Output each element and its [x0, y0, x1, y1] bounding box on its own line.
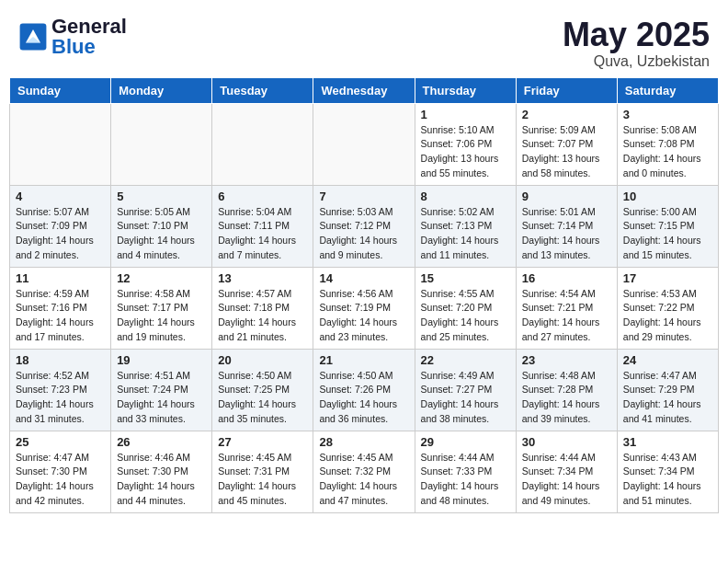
calendar-day-cell: 3Sunrise: 5:08 AMSunset: 7:08 PMDaylight… — [617, 103, 718, 185]
day-info: Sunrise: 4:59 AMSunset: 7:16 PMDaylight:… — [16, 287, 105, 345]
calendar-day-cell — [313, 103, 415, 185]
day-info: Sunrise: 4:43 AMSunset: 7:34 PMDaylight:… — [623, 451, 712, 509]
month-year: May 2025 — [563, 17, 710, 53]
day-number: 24 — [623, 353, 712, 367]
day-number: 22 — [421, 353, 510, 367]
day-info: Sunrise: 4:50 AMSunset: 7:25 PMDaylight:… — [218, 369, 307, 427]
day-number: 7 — [319, 190, 408, 203]
weekday-header-friday: Friday — [516, 77, 617, 103]
weekday-header-monday: Monday — [111, 77, 212, 103]
day-number: 2 — [522, 108, 611, 121]
weekday-header-thursday: Thursday — [415, 77, 516, 103]
day-number: 28 — [319, 435, 408, 449]
day-number: 19 — [117, 353, 206, 367]
day-info: Sunrise: 5:05 AMSunset: 7:10 PMDaylight:… — [117, 205, 206, 263]
calendar-day-cell: 24Sunrise: 4:47 AMSunset: 7:29 PMDayligh… — [617, 349, 718, 431]
day-number: 3 — [623, 108, 712, 121]
day-number: 30 — [522, 435, 611, 449]
calendar-day-cell — [212, 103, 313, 185]
day-info: Sunrise: 5:00 AMSunset: 7:15 PMDaylight:… — [623, 205, 712, 263]
calendar-day-cell: 10Sunrise: 5:00 AMSunset: 7:15 PMDayligh… — [617, 185, 718, 267]
weekday-header-tuesday: Tuesday — [212, 77, 313, 103]
calendar-day-cell: 8Sunrise: 5:02 AMSunset: 7:13 PMDaylight… — [415, 185, 516, 267]
calendar-week-row: 18Sunrise: 4:52 AMSunset: 7:23 PMDayligh… — [10, 349, 719, 431]
day-info: Sunrise: 4:46 AMSunset: 7:30 PMDaylight:… — [117, 451, 206, 509]
day-info: Sunrise: 5:01 AMSunset: 7:14 PMDaylight:… — [522, 205, 611, 263]
location: Quva, Uzbekistan — [563, 53, 710, 70]
calendar-day-cell: 16Sunrise: 4:54 AMSunset: 7:21 PMDayligh… — [516, 267, 617, 349]
calendar-day-cell: 5Sunrise: 5:05 AMSunset: 7:10 PMDaylight… — [111, 185, 212, 267]
weekday-header-row: SundayMondayTuesdayWednesdayThursdayFrid… — [10, 77, 719, 103]
page-header: General Blue May 2025 Quva, Uzbekistan — [9, 9, 719, 70]
calendar-day-cell: 30Sunrise: 4:44 AMSunset: 7:34 PMDayligh… — [516, 431, 617, 512]
day-info: Sunrise: 4:53 AMSunset: 7:22 PMDaylight:… — [623, 287, 712, 345]
day-number: 27 — [218, 435, 307, 449]
calendar-day-cell — [10, 103, 111, 185]
calendar-day-cell: 14Sunrise: 4:56 AMSunset: 7:19 PMDayligh… — [313, 267, 415, 349]
day-number: 17 — [623, 271, 712, 285]
day-number: 11 — [16, 271, 105, 285]
day-info: Sunrise: 4:58 AMSunset: 7:17 PMDaylight:… — [117, 287, 206, 345]
calendar-day-cell: 22Sunrise: 4:49 AMSunset: 7:27 PMDayligh… — [415, 349, 516, 431]
day-info: Sunrise: 5:09 AMSunset: 7:07 PMDaylight:… — [522, 123, 611, 181]
day-number: 15 — [421, 271, 510, 285]
calendar-day-cell: 11Sunrise: 4:59 AMSunset: 7:16 PMDayligh… — [10, 267, 111, 349]
day-number: 25 — [16, 435, 105, 449]
calendar-day-cell: 2Sunrise: 5:09 AMSunset: 7:07 PMDaylight… — [516, 103, 617, 185]
calendar-day-cell: 13Sunrise: 4:57 AMSunset: 7:18 PMDayligh… — [212, 267, 313, 349]
calendar-day-cell: 21Sunrise: 4:50 AMSunset: 7:26 PMDayligh… — [313, 349, 415, 431]
calendar-day-cell: 20Sunrise: 4:50 AMSunset: 7:25 PMDayligh… — [212, 349, 313, 431]
calendar-week-row: 4Sunrise: 5:07 AMSunset: 7:09 PMDaylight… — [10, 185, 719, 267]
day-info: Sunrise: 4:49 AMSunset: 7:27 PMDaylight:… — [421, 369, 510, 427]
day-number: 20 — [218, 353, 307, 367]
day-number: 8 — [421, 190, 510, 203]
calendar-day-cell: 9Sunrise: 5:01 AMSunset: 7:14 PMDaylight… — [516, 185, 617, 267]
day-info: Sunrise: 5:03 AMSunset: 7:12 PMDaylight:… — [319, 205, 408, 263]
day-info: Sunrise: 4:47 AMSunset: 7:30 PMDaylight:… — [16, 451, 105, 509]
day-info: Sunrise: 4:51 AMSunset: 7:24 PMDaylight:… — [117, 369, 206, 427]
logo-general-text: General — [51, 17, 127, 37]
calendar-day-cell: 1Sunrise: 5:10 AMSunset: 7:06 PMDaylight… — [415, 103, 516, 185]
calendar-week-row: 11Sunrise: 4:59 AMSunset: 7:16 PMDayligh… — [10, 267, 719, 349]
calendar-day-cell: 29Sunrise: 4:44 AMSunset: 7:33 PMDayligh… — [415, 431, 516, 512]
day-info: Sunrise: 4:52 AMSunset: 7:23 PMDaylight:… — [16, 369, 105, 427]
day-info: Sunrise: 4:45 AMSunset: 7:32 PMDaylight:… — [319, 451, 408, 509]
day-number: 10 — [623, 190, 712, 203]
title-block: May 2025 Quva, Uzbekistan — [563, 17, 710, 70]
calendar-day-cell: 6Sunrise: 5:04 AMSunset: 7:11 PMDaylight… — [212, 185, 313, 267]
day-info: Sunrise: 5:10 AMSunset: 7:06 PMDaylight:… — [421, 123, 510, 181]
calendar-day-cell — [111, 103, 212, 185]
weekday-header-saturday: Saturday — [617, 77, 718, 103]
day-number: 31 — [623, 435, 712, 449]
day-number: 13 — [218, 271, 307, 285]
calendar-day-cell: 17Sunrise: 4:53 AMSunset: 7:22 PMDayligh… — [617, 267, 718, 349]
calendar-day-cell: 12Sunrise: 4:58 AMSunset: 7:17 PMDayligh… — [111, 267, 212, 349]
day-info: Sunrise: 4:54 AMSunset: 7:21 PMDaylight:… — [522, 287, 611, 345]
day-info: Sunrise: 4:56 AMSunset: 7:19 PMDaylight:… — [319, 287, 408, 345]
logo: General Blue — [18, 17, 127, 57]
weekday-header-sunday: Sunday — [10, 77, 111, 103]
day-info: Sunrise: 4:45 AMSunset: 7:31 PMDaylight:… — [218, 451, 307, 509]
calendar-day-cell: 15Sunrise: 4:55 AMSunset: 7:20 PMDayligh… — [415, 267, 516, 349]
calendar-table: SundayMondayTuesdayWednesdayThursdayFrid… — [9, 77, 719, 513]
day-info: Sunrise: 5:02 AMSunset: 7:13 PMDaylight:… — [421, 205, 510, 263]
day-number: 26 — [117, 435, 206, 449]
calendar-day-cell: 28Sunrise: 4:45 AMSunset: 7:32 PMDayligh… — [313, 431, 415, 512]
day-number: 6 — [218, 190, 307, 203]
day-number: 9 — [522, 190, 611, 203]
calendar-day-cell: 25Sunrise: 4:47 AMSunset: 7:30 PMDayligh… — [10, 431, 111, 512]
day-number: 12 — [117, 271, 206, 285]
day-info: Sunrise: 5:08 AMSunset: 7:08 PMDaylight:… — [623, 123, 712, 181]
day-number: 14 — [319, 271, 408, 285]
day-number: 4 — [16, 190, 105, 203]
day-number: 21 — [319, 353, 408, 367]
day-number: 5 — [117, 190, 206, 203]
day-number: 16 — [522, 271, 611, 285]
day-number: 23 — [522, 353, 611, 367]
day-info: Sunrise: 4:44 AMSunset: 7:33 PMDaylight:… — [421, 451, 510, 509]
calendar-day-cell: 26Sunrise: 4:46 AMSunset: 7:30 PMDayligh… — [111, 431, 212, 512]
day-number: 29 — [421, 435, 510, 449]
calendar-day-cell: 27Sunrise: 4:45 AMSunset: 7:31 PMDayligh… — [212, 431, 313, 512]
logo-blue-text: Blue — [51, 37, 127, 57]
calendar-day-cell: 7Sunrise: 5:03 AMSunset: 7:12 PMDaylight… — [313, 185, 415, 267]
